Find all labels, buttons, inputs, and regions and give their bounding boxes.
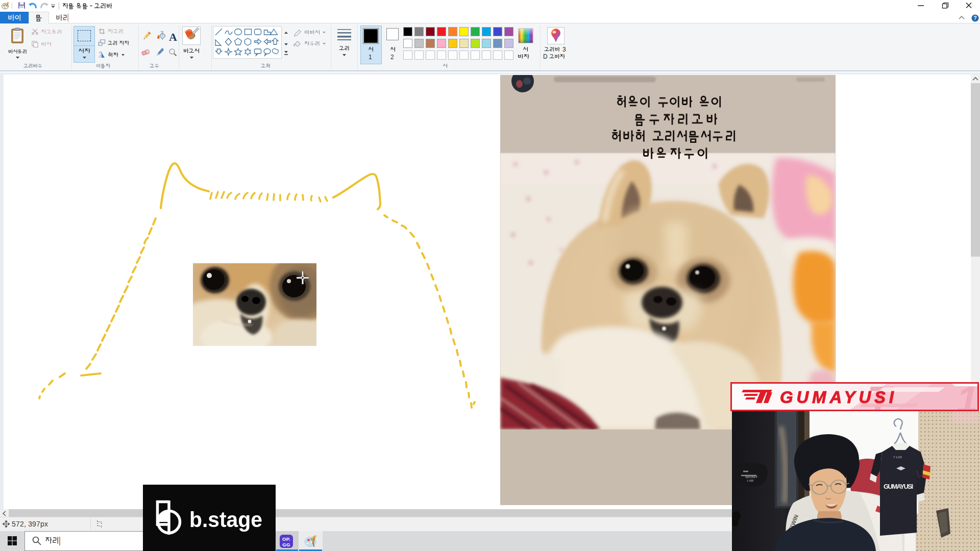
svg-text:GUMAYUSI: GUMAYUSI (884, 483, 913, 490)
svg-text:LAB: LAB (747, 479, 754, 482)
svg-text:SECRET: SECRET (745, 475, 758, 479)
svg-text:GUMAYUSI: GUMAYUSI (780, 388, 894, 407)
svg-text:Y LCK: Y LCK (893, 456, 902, 459)
svg-text:?: ? (973, 15, 976, 21)
